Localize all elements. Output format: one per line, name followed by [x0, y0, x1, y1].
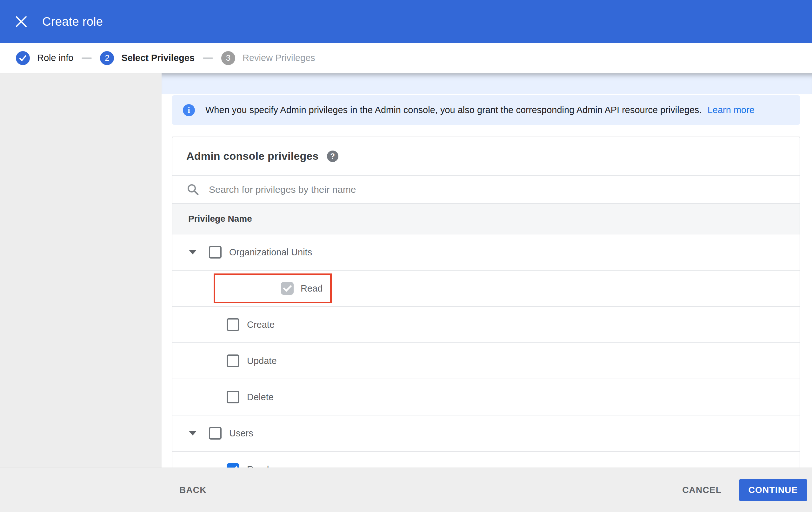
column-header-privilege-name: Privilege Name [172, 203, 800, 234]
privilege-table-body: Organizational UnitsReadCreateUpdateDele… [172, 234, 800, 467]
checkbox-organizational-units[interactable] [209, 246, 222, 259]
privilege-label: Read [300, 283, 322, 294]
continue-button[interactable]: CONTINUE [739, 479, 807, 501]
privilege-label: Read [247, 464, 269, 468]
learn-more-link[interactable]: Learn more [707, 105, 755, 115]
checkbox-delete[interactable] [227, 391, 239, 403]
left-gutter [0, 73, 162, 467]
search-input[interactable] [209, 184, 685, 195]
page-title: Create role [42, 15, 103, 29]
step-connector [203, 57, 213, 59]
checkbox-read[interactable] [281, 282, 294, 295]
privilege-row: Users [172, 415, 800, 451]
checkbox-create[interactable] [227, 318, 239, 331]
checkbox-update[interactable] [227, 354, 239, 367]
privilege-label: Users [229, 428, 253, 439]
main-area: i When you specify Admin privileges in t… [0, 73, 812, 467]
info-banner: i When you specify Admin privileges in t… [172, 95, 800, 125]
scrolled-banner-sliver [162, 73, 812, 94]
search-row [172, 175, 800, 203]
step-select-privileges[interactable]: 2 Select Privileges [100, 51, 195, 65]
step-review-privileges[interactable]: 3 Review Privileges [221, 51, 315, 65]
privilege-label: Update [247, 356, 277, 366]
help-icon[interactable]: ? [327, 151, 338, 162]
info-icon: i [183, 104, 195, 116]
step-number-circle: 2 [100, 51, 114, 65]
back-button[interactable]: BACK [179, 485, 207, 495]
privilege-label: Delete [247, 392, 273, 402]
step-number-circle: 3 [221, 51, 235, 65]
step-completed-circle [16, 51, 30, 65]
highlight-box: Read [214, 273, 332, 303]
privilege-row: Organizational Units [172, 234, 800, 270]
search-icon [187, 184, 199, 196]
privileges-scroll-area[interactable]: i When you specify Admin privileges in t… [162, 73, 812, 467]
checkbox-users[interactable] [209, 427, 222, 439]
checkbox-read[interactable] [227, 463, 239, 467]
step-label: Review Privileges [242, 53, 315, 63]
banner-message: When you specify Admin privileges in the… [205, 105, 702, 115]
admin-privileges-card: Admin console privileges ? Privilege Nam… [172, 137, 800, 467]
step-label: Select Privileges [121, 53, 195, 63]
collapse-arrow-icon[interactable] [189, 250, 197, 254]
stepper: Role info 2 Select Privileges 3 Review P… [0, 43, 812, 73]
privilege-row: Create [172, 306, 800, 342]
card-title-row: Admin console privileges ? [172, 137, 800, 175]
privilege-row: Read [172, 451, 800, 467]
card-title: Admin console privileges [186, 150, 319, 162]
cancel-button[interactable]: CANCEL [682, 485, 722, 495]
banner-text: When you specify Admin privileges in the… [205, 105, 755, 115]
privilege-label: Create [247, 320, 274, 330]
close-button[interactable] [15, 15, 28, 28]
check-icon [19, 54, 27, 62]
privilege-row: Read [172, 270, 800, 306]
privilege-label: Organizational Units [229, 247, 312, 258]
step-connector [82, 57, 92, 59]
collapse-arrow-icon[interactable] [189, 431, 197, 435]
privilege-row: Update [172, 342, 800, 379]
close-icon [15, 16, 27, 28]
step-role-info[interactable]: Role info [16, 51, 73, 65]
app-bar: Create role [0, 0, 812, 43]
privilege-row: Delete [172, 379, 800, 415]
footer-bar: BACK CANCEL CONTINUE [0, 467, 812, 512]
step-label: Role info [37, 53, 73, 63]
